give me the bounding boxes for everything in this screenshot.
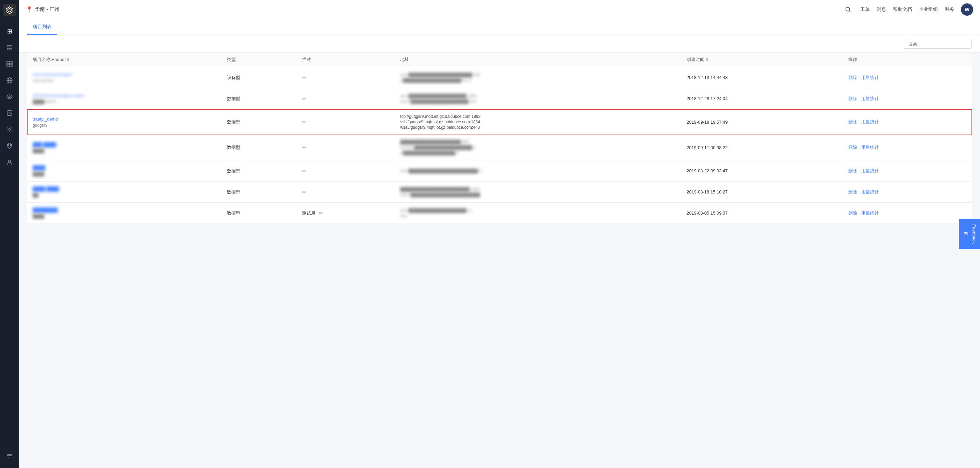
delete-button[interactable]: 删除	[848, 189, 857, 195]
project-desc: ✏	[297, 160, 395, 182]
svg-point-16	[8, 144, 11, 146]
topnav: 📍 华南 - 广州 工单 消息 帮助文档 企业组织 财务 W	[19, 0, 980, 19]
table-row: ment blurred project sub blurred 设备型 ✏ s…	[27, 67, 972, 88]
address-cell: █████████████████████ 883 ssl://2m██████…	[400, 140, 676, 155]
delete-button[interactable]: 删除	[848, 144, 857, 150]
globe-icon[interactable]	[3, 73, 16, 87]
project-name-link[interactable]: 2879 blurred project name	[33, 93, 216, 98]
address-cell: ssl://████████████████████ 1884 wss://██…	[400, 94, 676, 104]
stats-button[interactable]: 用量统计	[861, 75, 879, 81]
location-icon[interactable]	[3, 139, 16, 153]
table-row: ███ ████s ████ 数据型 ✏ ███████████████████…	[27, 135, 972, 160]
stats-button[interactable]: 用量统计	[861, 144, 879, 150]
delete-button[interactable]: 删除	[848, 168, 857, 174]
col-created[interactable]: 创建时间	[681, 53, 843, 67]
page-content: 项目列表 项目名称/Endpoint 类型 描述 地址 创建时间 操作	[19, 19, 980, 468]
main-content: 📍 华南 - 广州 工单 消息 帮助文档 企业组织 财务 W 项目列表	[19, 0, 980, 468]
topnav-right: 工单 消息 帮助文档 企业组织 财务 W	[843, 3, 973, 16]
edit-icon[interactable]: ✏	[302, 75, 306, 80]
project-subname: ████	[33, 172, 216, 176]
project-name-cell: ████ ████	[33, 165, 216, 176]
nav-help[interactable]: 帮助文档	[893, 6, 912, 13]
project-type: 数据型	[221, 160, 297, 182]
search-button[interactable]	[843, 4, 853, 15]
user-icon[interactable]	[3, 155, 16, 169]
location-selector[interactable]: 📍 华南 - 广州	[26, 6, 60, 13]
tab-project-list[interactable]: 项目列表	[27, 19, 57, 35]
col-name: 项目名称/Endpoint	[27, 53, 221, 67]
project-subname: ████	[33, 214, 216, 219]
stats-button[interactable]: 用量统计	[861, 96, 879, 102]
edit-icon[interactable]: ✏	[302, 145, 306, 150]
created-time: 2019-08-05 15:09:07	[681, 203, 843, 224]
address-cell: ssl://████████████████████ m... wss	[400, 208, 676, 218]
project-name-cell: ment blurred project sub blurred	[33, 72, 216, 83]
project-subname: ████	[33, 149, 216, 153]
col-action: 操作	[843, 53, 972, 67]
edit-icon[interactable]: ✏	[302, 96, 306, 102]
project-type: 设备型	[221, 67, 297, 88]
dashboard-icon[interactable]: ⊞	[3, 24, 16, 38]
mail-icon: ✉	[962, 231, 969, 237]
edit-icon[interactable]: ✏	[319, 210, 323, 216]
tab-bar: 项目列表	[19, 19, 980, 35]
project-name-link[interactable]: ████	[33, 165, 216, 170]
feedback-button[interactable]: Feedback ✉	[959, 219, 980, 249]
delete-button[interactable]: 删除	[848, 96, 857, 102]
project-type: 数据型	[221, 88, 297, 109]
table-row: 2879 blurred project name ████44879 数据型 …	[27, 88, 972, 109]
project-table: 项目名称/Endpoint 类型 描述 地址 创建时间 操作 ment blur…	[27, 53, 972, 224]
svg-rect-5	[10, 48, 12, 50]
project-name-cell: baetyl_demo guqgsr9	[33, 117, 216, 128]
nav-ticket[interactable]: 工单	[860, 6, 870, 13]
address-cell: ████████████████████████ 1884 wss://████…	[400, 187, 676, 197]
svg-rect-9	[10, 64, 12, 67]
database-icon[interactable]	[3, 106, 16, 120]
grid-icon[interactable]	[3, 57, 16, 71]
project-type: 数据型	[221, 182, 297, 203]
project-desc: ✏	[297, 182, 395, 203]
project-type: 数据型	[221, 135, 297, 160]
settings-icon[interactable]	[3, 123, 16, 136]
logo[interactable]	[3, 4, 16, 16]
project-subname: sub blurred	[33, 78, 216, 83]
search-input[interactable]	[904, 39, 972, 49]
project-name-link[interactable]: baetyl_demo	[33, 117, 216, 121]
nav-org[interactable]: 企业组织	[919, 6, 938, 13]
project-name-link[interactable]: ████ ████	[33, 186, 216, 192]
svg-marker-0	[6, 7, 13, 14]
topology-icon[interactable]	[3, 41, 16, 54]
avatar[interactable]: W	[961, 3, 973, 16]
sidebar: ⊞	[0, 0, 19, 468]
delete-button[interactable]: 删除	[848, 119, 857, 125]
project-desc: ✏	[297, 88, 395, 109]
stats-button[interactable]: 用量统计	[861, 168, 879, 174]
project-type: 数据型	[221, 203, 297, 224]
stats-button[interactable]: 用量统计	[861, 210, 879, 216]
doc-icon[interactable]	[3, 449, 16, 463]
svg-point-17	[8, 160, 11, 162]
project-desc: ✏	[297, 135, 395, 160]
action-links: 删除 用量统计	[848, 210, 966, 216]
project-name-link[interactable]: ████████	[33, 208, 216, 212]
stats-button[interactable]: 用量统计	[861, 119, 879, 125]
nav-message[interactable]: 消息	[877, 6, 886, 13]
edit-icon[interactable]: ✏	[302, 189, 306, 195]
eye-icon[interactable]	[3, 90, 16, 104]
addr-line-3: wss://guqgsr9.mqtt.iot.gz.baidubce.com:4…	[400, 125, 676, 130]
svg-line-22	[850, 11, 851, 12]
project-subname: ██.	[33, 193, 216, 198]
delete-button[interactable]: 删除	[848, 75, 857, 81]
delete-button[interactable]: 删除	[848, 210, 857, 216]
edit-icon[interactable]: ✏	[302, 168, 306, 174]
project-desc: 测试用 ✏	[297, 203, 395, 224]
edit-icon[interactable]: ✏	[302, 119, 306, 125]
nav-finance[interactable]: 财务	[945, 6, 954, 13]
svg-marker-1	[8, 8, 11, 12]
svg-rect-7	[10, 61, 12, 64]
project-subname: ████44879	[33, 99, 216, 104]
created-time: 2019-09-18 19:57:49	[681, 109, 843, 135]
project-name-link[interactable]: ment blurred project	[33, 72, 216, 77]
project-name-link[interactable]: ███ ████s	[33, 142, 216, 147]
stats-button[interactable]: 用量统计	[861, 189, 879, 195]
